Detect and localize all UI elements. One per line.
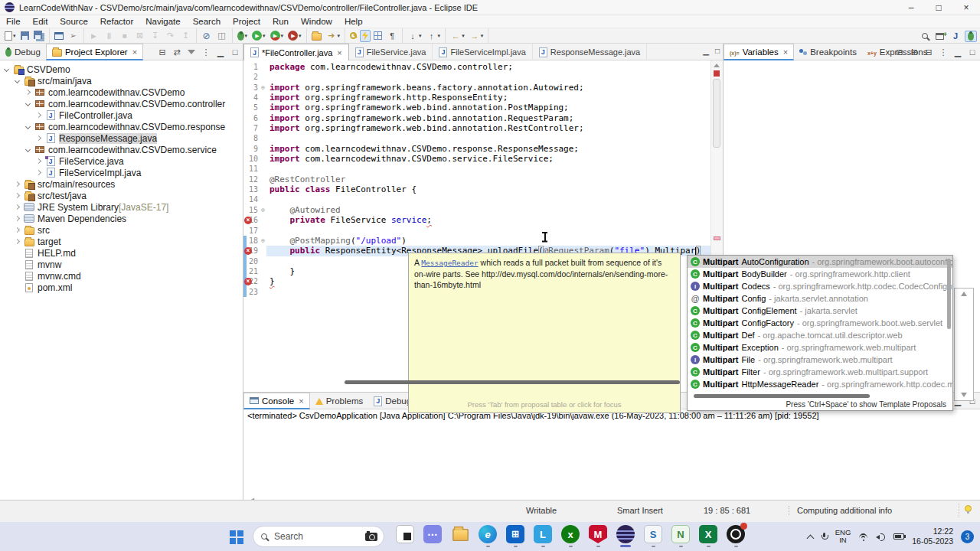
save-button[interactable] — [19, 31, 31, 41]
show-logical-structure-button[interactable]: ⊞ — [909, 47, 920, 57]
completion-item-multipartconfigelement[interactable]: CMultipartConfigElement - jakarta.servle… — [688, 305, 952, 317]
editor-tab-fileservice-java[interactable]: FileService.java — [349, 44, 433, 60]
collapse-all-button[interactable]: ⊟ — [157, 47, 168, 57]
view-menu-button[interactable]: ⋮ — [201, 47, 211, 57]
menu-window[interactable]: Window — [295, 17, 338, 26]
completion-item-multipartconfig[interactable]: @MultipartConfig - jakarta.servlet.annot… — [688, 292, 952, 305]
console-tab-console[interactable]: Console× — [243, 393, 310, 409]
suspend-button[interactable] — [103, 30, 116, 42]
editor-tab-responsemessage-java[interactable]: ResponseMessage.java — [533, 44, 647, 60]
code-line-4[interactable]: import org.springframework.http.Response… — [266, 93, 710, 103]
gutter-line-22[interactable]: 22 — [243, 276, 266, 286]
expander-icon[interactable] — [25, 123, 31, 129]
step-into-button[interactable] — [149, 30, 162, 42]
menu-source[interactable]: Source — [54, 17, 93, 26]
taskbar-app-store[interactable]: ⊞ — [506, 525, 524, 548]
debug-button[interactable]: ▾ — [236, 31, 250, 41]
gutter-line-5[interactable]: 5 — [243, 103, 266, 112]
minimize-button[interactable]: – — [897, 0, 925, 15]
volume-icon[interactable] — [876, 533, 886, 541]
menu-help[interactable]: Help — [338, 17, 369, 26]
tooltip-link[interactable]: MessageReader — [421, 259, 478, 267]
menu-file[interactable]: File — [0, 17, 27, 26]
maximize-button[interactable]: □ — [925, 0, 952, 15]
maximize-button[interactable]: □ — [967, 47, 978, 57]
tree-item-maven-dependencies[interactable]: Maven Dependencies — [0, 213, 243, 224]
menu-project[interactable]: Project — [227, 17, 266, 26]
tree-item-mvnw[interactable]: mvnw — [0, 259, 243, 270]
editor-tab-filecontroller-java[interactable]: *FileController.java× — [243, 44, 349, 60]
code-line-16[interactable]: private FileService service; — [266, 215, 710, 225]
save-all-button[interactable] — [32, 30, 46, 42]
expander-icon[interactable] — [4, 66, 9, 71]
new-button[interactable]: ▾ — [3, 31, 18, 41]
gutter-line-17[interactable]: 17 — [243, 226, 266, 236]
explorer-tab-project-explorer[interactable]: Project Explorer× — [46, 44, 143, 60]
tree-item-fileserviceimpl-java[interactable]: FileServiceImpl.java — [0, 167, 243, 178]
gutter-line-13[interactable]: 13 — [243, 184, 266, 194]
search-button[interactable] — [918, 31, 932, 41]
taskbar-app-docs-l[interactable]: L — [534, 525, 552, 548]
code-line-1[interactable]: package com.learncodewithnav.CSVDemo.con… — [266, 62, 710, 72]
external-tools-button[interactable]: ▾ — [325, 30, 342, 42]
code-line-12[interactable]: @RestController — [266, 174, 710, 184]
gutter-line-14[interactable]: 14 — [243, 194, 266, 204]
menu-refactor[interactable]: Refactor — [94, 17, 139, 26]
expander-icon[interactable] — [15, 204, 20, 209]
completion-item-multipartconfigfactory[interactable]: CMultipartConfigFactory - org.springfram… — [688, 317, 952, 329]
additional-info-scrollbar[interactable] — [954, 288, 974, 401]
fold-marker-icon[interactable]: ⊖ — [260, 236, 266, 246]
expander-icon[interactable] — [15, 227, 20, 232]
clock[interactable]: 12:22 16-05-2023 — [912, 527, 953, 546]
menu-search[interactable]: Search — [187, 17, 227, 26]
hidden-icons-chevron[interactable] — [806, 534, 814, 542]
tree-item-src-test-java[interactable]: src/test/java — [0, 190, 243, 201]
taskbar-app-xbox[interactable]: x — [561, 525, 580, 548]
gutter-line-12[interactable]: 12 — [243, 174, 266, 184]
taskbar-app-eclipse[interactable] — [616, 525, 635, 548]
collapse-all-button[interactable]: ⊟ — [923, 47, 934, 57]
completion-item-multipartautoconfiguration[interactable]: CMultipartAutoConfiguration - org.spring… — [688, 256, 952, 268]
expander-icon[interactable] — [25, 146, 31, 152]
show-whitespace-button[interactable] — [385, 30, 399, 42]
open-console-button[interactable] — [53, 31, 65, 41]
gutter-line-8[interactable]: 8 — [243, 133, 266, 143]
tree-item-jre-system-library[interactable]: JRE System Library [JavaSE-17] — [0, 201, 243, 213]
close-icon[interactable]: × — [337, 48, 341, 57]
scroll-up-icon[interactable] — [961, 292, 967, 296]
run-button[interactable]: ▾ — [250, 30, 267, 41]
view-tab-breakpoints[interactable]: Breakpoints — [794, 44, 862, 60]
code-line-17[interactable] — [266, 226, 710, 236]
tree-item-src-main-resources[interactable]: src/main/resources — [0, 178, 243, 190]
console-tab-problems[interactable]: Problems — [310, 393, 369, 409]
expander-icon[interactable] — [36, 158, 41, 163]
menu-run[interactable]: Run — [266, 17, 295, 26]
scroll-down-icon[interactable] — [961, 393, 967, 397]
camera-search-icon[interactable] — [365, 533, 377, 541]
gutter-line-1[interactable]: 1 — [243, 62, 266, 72]
terminate-button[interactable] — [118, 30, 132, 42]
tree-item-filecontroller-java[interactable]: FileController.java — [0, 109, 243, 121]
tree-item-mvnw-cmd[interactable]: mvnw.cmd — [0, 270, 243, 282]
close-icon[interactable]: × — [299, 396, 303, 406]
notification-badge[interactable]: 3 — [961, 530, 974, 543]
scrollbar-thumb[interactable] — [713, 79, 720, 148]
completion-item-multiparthttpmessagereader[interactable]: CMultipartHttpMessageReader - org.spring… — [688, 378, 952, 390]
lightbulb-icon[interactable] — [965, 505, 972, 512]
code-line-3[interactable]: import org.springframework.beans.factory… — [266, 83, 710, 93]
taskbar-app-widgets[interactable] — [396, 525, 414, 548]
show-type-names-button[interactable]: ⊡ — [894, 47, 905, 57]
expander-icon[interactable] — [36, 112, 41, 117]
gutter-line-7[interactable]: 7 — [243, 123, 266, 133]
close-icon[interactable]: × — [783, 47, 788, 57]
mark-occurrences-button[interactable] — [372, 31, 384, 41]
close-button[interactable]: × — [952, 0, 980, 15]
code-line-2[interactable] — [266, 72, 710, 82]
expander-icon[interactable] — [15, 192, 20, 197]
expander-icon[interactable] — [15, 215, 20, 220]
expander-icon[interactable] — [15, 238, 20, 243]
code-line-8[interactable] — [266, 133, 710, 143]
expander-icon[interactable] — [15, 77, 20, 83]
completion-item-multipartdef[interactable]: CMultipartDef - org.apache.tomcat.util.d… — [688, 329, 952, 341]
tree-item-pom-xml[interactable]: pom.xml — [0, 282, 243, 293]
